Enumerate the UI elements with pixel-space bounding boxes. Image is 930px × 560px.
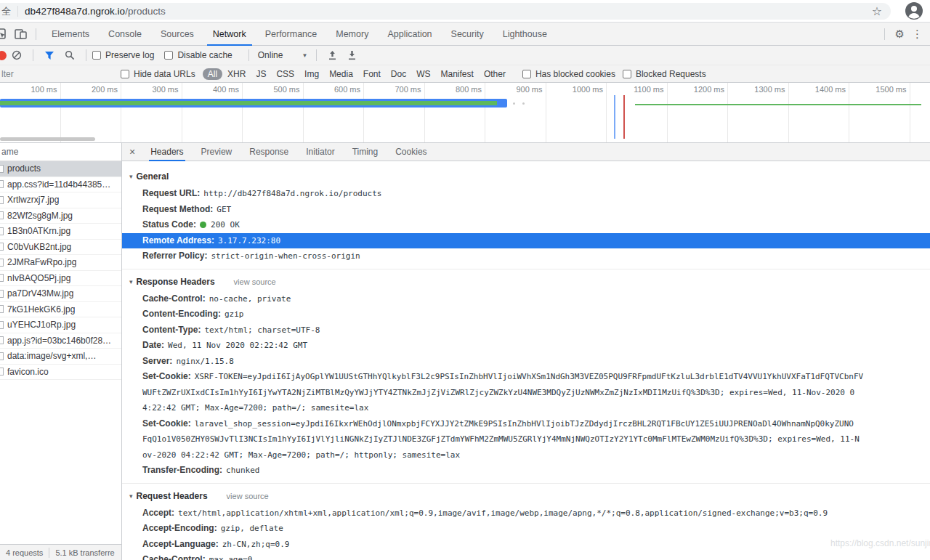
table-row[interactable]: C0bVuKB2nt.jpg bbox=[0, 240, 121, 256]
header-value: chunked bbox=[226, 466, 259, 475]
resource-type-chip[interactable]: Manifest bbox=[436, 68, 479, 80]
table-row[interactable]: Xrtlwzrxj7.jpg bbox=[0, 192, 121, 208]
bookmark-star-icon[interactable]: ☆ bbox=[872, 6, 882, 17]
header-value: Wed, 11 Nov 2020 02:22:42 GMT bbox=[168, 341, 307, 350]
chevron-down-icon: ▼ bbox=[302, 52, 307, 59]
import-har-icon[interactable] bbox=[323, 50, 342, 60]
header-row: FqQ1o1V050ZHY0SWJvTlI3NCIsIm1hYyI6IjVlYj… bbox=[122, 431, 930, 447]
devtools-tab[interactable]: Application bbox=[378, 23, 441, 45]
devtools-tab[interactable]: Console bbox=[99, 23, 151, 45]
has-blocked-cookies-checkbox[interactable] bbox=[522, 70, 531, 78]
header-row: Set-Cookie:XSRF-TOKEN=eyJpdiI6IjAyOGplYW… bbox=[122, 369, 930, 385]
security-chip[interactable]: 全 bbox=[1, 5, 11, 18]
devtools-tab[interactable]: Performance bbox=[256, 23, 327, 45]
detail-tab[interactable]: Initiator bbox=[297, 143, 343, 161]
filter-funnel-icon[interactable] bbox=[39, 51, 60, 60]
header-value: laravel_shop_session=eyJpdiI6IkxrWEhOdjl… bbox=[195, 419, 854, 429]
omnibox[interactable]: 全 db427f848a7d.ngrok.io/products ☆ bbox=[0, 3, 891, 20]
blocked-requests-checkbox[interactable] bbox=[623, 70, 631, 78]
header-name: Content-Encoding: bbox=[142, 309, 221, 319]
request-headers-section: ▾Request Headersview source Accept:text/… bbox=[122, 483, 930, 560]
header-value: gzip, deflate bbox=[221, 524, 283, 533]
detail-tab[interactable]: Response bbox=[240, 143, 297, 161]
clear-button[interactable] bbox=[7, 50, 27, 60]
browser-address-bar: 全 db427f848a7d.ngrok.io/products ☆ bbox=[0, 0, 930, 23]
resource-type-chip[interactable]: CSS bbox=[271, 68, 299, 80]
horizontal-scrollbar-thumb[interactable] bbox=[0, 137, 95, 141]
preserve-log-checkbox[interactable] bbox=[92, 51, 101, 60]
header-value: WUFtZWZrUXIxdCIsIm1hYyI6IjYwYTA2NjZiMTBl… bbox=[142, 388, 854, 397]
disable-cache-checkbox[interactable] bbox=[164, 51, 173, 60]
detail-tab[interactable]: Cookies bbox=[387, 143, 435, 161]
header-name: Accept: bbox=[142, 508, 174, 518]
devtools-tab[interactable]: Memory bbox=[326, 23, 378, 45]
resource-type-chip[interactable]: All bbox=[203, 68, 222, 80]
has-blocked-cookies-label: Has blocked cookies bbox=[535, 69, 615, 79]
close-icon[interactable]: × bbox=[122, 146, 142, 158]
devtools-tab[interactable]: Network bbox=[203, 23, 256, 45]
detail-tab[interactable]: Timing bbox=[344, 143, 387, 161]
resource-type-chip[interactable]: WS bbox=[411, 68, 435, 80]
view-source-link[interactable]: view source bbox=[227, 492, 269, 500]
url-text[interactable]: db427f848a7d.ngrok.io/products bbox=[25, 6, 166, 17]
resource-type-chip[interactable]: Img bbox=[299, 68, 324, 80]
header-name: Date: bbox=[142, 340, 164, 350]
toolbar-divider bbox=[884, 28, 885, 40]
record-button[interactable] bbox=[0, 51, 7, 60]
resource-type-chip[interactable]: XHR bbox=[222, 68, 251, 80]
more-options-icon[interactable]: ⋮ bbox=[909, 28, 930, 41]
profile-avatar-icon[interactable] bbox=[905, 1, 923, 20]
resource-type-chip[interactable]: JS bbox=[251, 68, 271, 80]
table-row[interactable]: uYEHCJ1oRp.jpg bbox=[0, 317, 121, 333]
table-row[interactable]: products bbox=[0, 161, 121, 177]
devtools-tab[interactable]: Sources bbox=[151, 23, 203, 45]
timeline-tick-label: 1100 ms bbox=[607, 83, 668, 142]
detail-tab[interactable]: Preview bbox=[193, 143, 241, 161]
resource-type-chip[interactable]: Media bbox=[324, 68, 358, 80]
table-row[interactable]: nIvBAQO5Pj.jpg bbox=[0, 271, 121, 287]
table-row[interactable]: 7kG1HekGK6.jpg bbox=[0, 302, 121, 318]
resource-type-chip[interactable]: Doc bbox=[386, 68, 411, 80]
resource-type-chip[interactable]: Other bbox=[479, 68, 511, 80]
network-overview-timeline[interactable]: 100 ms200 ms300 ms400 ms500 ms600 ms700 … bbox=[0, 83, 930, 143]
devtools-tab[interactable]: Lighthouse bbox=[493, 23, 557, 45]
view-source-link[interactable]: view source bbox=[234, 277, 276, 286]
disclosure-triangle-icon[interactable]: ▾ bbox=[129, 489, 133, 504]
table-row[interactable]: pa7DrV43Mw.jpg bbox=[0, 286, 121, 302]
export-har-icon[interactable] bbox=[342, 50, 362, 60]
timeline-tick-label: 700 ms bbox=[364, 83, 425, 142]
table-row[interactable]: 1B3n0ATKrn.jpg bbox=[0, 224, 121, 240]
throttling-select[interactable]: Online ▼ bbox=[255, 50, 311, 60]
device-toolbar-icon[interactable] bbox=[15, 28, 27, 40]
inspect-element-icon[interactable] bbox=[0, 28, 9, 41]
detail-tab[interactable]: Headers bbox=[142, 143, 192, 161]
section-title: Request Headers bbox=[137, 491, 208, 501]
table-row[interactable]: favicon.ico bbox=[0, 365, 121, 381]
header-value: max-age=0 bbox=[209, 555, 253, 560]
header-value: no-cache, private bbox=[209, 294, 291, 304]
devtools-tabbar: ElementsConsoleSourcesNetworkPerformance… bbox=[0, 23, 930, 46]
table-row[interactable]: app.js?id=03bc146b0f28… bbox=[0, 333, 121, 349]
table-row[interactable]: data:image/svg+xml,… bbox=[0, 349, 121, 365]
filter-input[interactable]: lter bbox=[0, 69, 121, 79]
devtools-tab[interactable]: Security bbox=[442, 23, 493, 45]
disclosure-triangle-icon[interactable]: ▾ bbox=[129, 169, 133, 184]
name-column-header[interactable]: ame bbox=[0, 143, 121, 161]
search-icon[interactable] bbox=[60, 50, 80, 60]
disclosure-triangle-icon[interactable]: ▾ bbox=[129, 275, 133, 290]
file-icon bbox=[0, 211, 4, 219]
settings-gear-icon[interactable]: ⚙ bbox=[891, 28, 909, 41]
header-value: 200 OK bbox=[211, 220, 240, 230]
table-row[interactable]: 2JMRaFwRpo.jpg bbox=[0, 255, 121, 271]
header-row: Status Code:200 OK bbox=[122, 217, 930, 233]
header-row: Request Method:GET bbox=[122, 202, 930, 218]
file-icon bbox=[0, 305, 4, 313]
toolbar-divider bbox=[86, 49, 86, 61]
blocked-requests-label: Blocked Requests bbox=[636, 69, 706, 79]
resource-type-chip[interactable]: Font bbox=[358, 68, 386, 80]
table-row[interactable]: app.css?id=11d4b44385… bbox=[0, 177, 121, 193]
hide-data-urls-checkbox[interactable] bbox=[121, 70, 129, 78]
file-icon bbox=[0, 274, 4, 282]
devtools-tab[interactable]: Elements bbox=[42, 23, 99, 45]
table-row[interactable]: 82Wf2sg8gM.jpg bbox=[0, 208, 121, 224]
